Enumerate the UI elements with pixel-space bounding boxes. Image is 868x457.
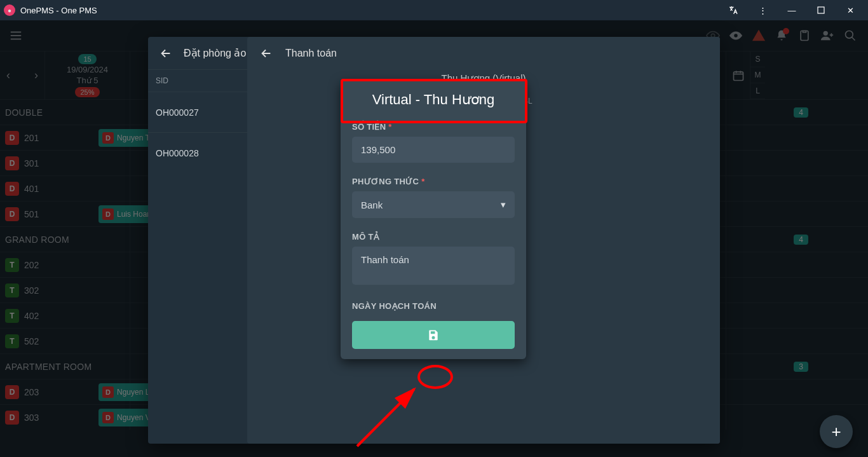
translate-icon[interactable] xyxy=(719,0,747,20)
back-button[interactable] xyxy=(256,43,276,64)
fab-add-button[interactable]: + xyxy=(820,415,853,448)
save-icon xyxy=(427,329,440,341)
window-titlebar: ● OnePMS - One PMS ⋮ — ✕ xyxy=(0,0,868,20)
date-label: NGÀY HOẠCH TOÁN xyxy=(352,301,515,311)
window-maximize-button[interactable] xyxy=(807,0,835,20)
method-label: PHƯƠNG THỨC * xyxy=(352,177,515,186)
window-more-icon[interactable]: ⋮ xyxy=(749,0,776,20)
booking-sid: OH000027 xyxy=(156,107,232,118)
method-select[interactable]: Bank ▾ xyxy=(352,191,515,218)
method-value: Bank xyxy=(361,200,383,210)
panel-title: Đặt phòng ảo xyxy=(184,47,246,59)
app-logo-icon: ● xyxy=(4,4,15,16)
booking-sid: OH000028 xyxy=(156,148,232,158)
save-button[interactable] xyxy=(352,321,515,349)
window-title: OnePMS - One PMS xyxy=(20,6,719,15)
window-close-button[interactable]: ✕ xyxy=(836,0,864,20)
modal-title: Virtual - Thu Hương xyxy=(352,92,515,108)
chevron-down-icon: ▾ xyxy=(501,199,506,210)
payment-modal: Virtual - Thu Hương SỐ TIỀN * PHƯƠNG THỨ… xyxy=(341,80,526,359)
panel-title: Thanh toán xyxy=(285,48,337,59)
col-sid: SID xyxy=(156,76,219,85)
desc-input[interactable] xyxy=(352,247,515,285)
window-minimize-button[interactable]: — xyxy=(778,0,806,20)
amount-label: SỐ TIỀN * xyxy=(352,122,515,132)
desc-label: MÔ TẢ xyxy=(352,232,515,242)
amount-input[interactable] xyxy=(352,137,515,163)
svg-rect-0 xyxy=(818,7,824,13)
back-button[interactable] xyxy=(156,43,176,64)
